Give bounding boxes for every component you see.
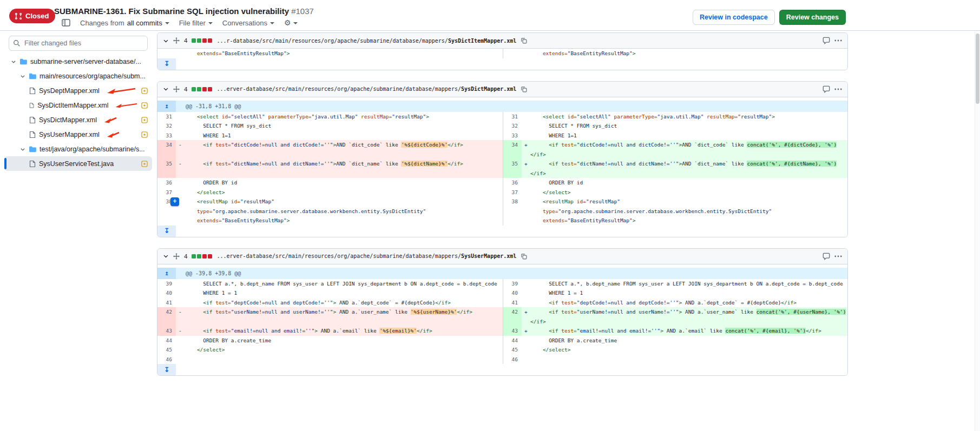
diff-line-number[interactable] bbox=[157, 207, 176, 216]
sidebar-item-SysUserMapper.xml[interactable]: SysUserMapper.xml bbox=[4, 127, 152, 142]
sidebar-item-SysDictItemMapper.xml[interactable]: SysDictItemMapper.xml bbox=[4, 98, 152, 112]
diff-line-number[interactable]: 43 bbox=[157, 326, 176, 336]
diff-line-number[interactable]: 32 bbox=[157, 121, 176, 131]
diff-line-number[interactable]: 36 bbox=[157, 178, 176, 188]
drag-handle[interactable] bbox=[173, 86, 180, 92]
diff-line-number[interactable]: 38 bbox=[503, 197, 522, 207]
expand-down-button[interactable]: ↧ bbox=[157, 364, 176, 375]
sidebar-item-main-resources-org-apache-subm...[interactable]: main/resources/org/apache/subm... bbox=[4, 69, 152, 83]
drag-handle[interactable] bbox=[173, 253, 180, 260]
diff-line-number[interactable]: 34 bbox=[503, 140, 522, 150]
drag-handle[interactable] bbox=[173, 37, 180, 44]
diff-line-number[interactable]: 46 bbox=[503, 355, 522, 364]
diff-code: type="org.apache.submarine.server.databa… bbox=[530, 207, 847, 216]
changes-from-dropdown[interactable]: Changes from all commits bbox=[80, 19, 169, 27]
diff-line-number[interactable]: 31 bbox=[157, 112, 176, 122]
copy-path-button[interactable] bbox=[521, 37, 527, 44]
file-comment-button[interactable] bbox=[823, 37, 830, 44]
diff-line-number[interactable]: 37 bbox=[157, 188, 176, 197]
diff-line-number[interactable]: 34 bbox=[157, 140, 176, 150]
file-menu-button[interactable] bbox=[834, 39, 842, 42]
diff-left-cell: extends="BaseEntityResultMap"> bbox=[157, 49, 503, 58]
diff-left-cell: 43 - <if test="email!=null and email!=''… bbox=[157, 326, 503, 336]
diff-line-number[interactable]: 33 bbox=[503, 131, 522, 141]
diff-line-number[interactable] bbox=[157, 150, 176, 160]
diff-list: 4 ...r-database/src/main/resources/org/a… bbox=[157, 32, 848, 387]
sidebar-item-SysDictMapper.xml[interactable]: SysDictMapper.xml bbox=[4, 112, 152, 127]
diff-line-number[interactable] bbox=[157, 317, 176, 327]
diff-line-number[interactable] bbox=[503, 216, 522, 226]
add-comment-button[interactable]: + bbox=[170, 197, 179, 206]
copy-path-button[interactable] bbox=[521, 253, 527, 260]
diff-line-number[interactable]: 39 bbox=[157, 279, 176, 289]
scrollbar-thumb[interactable] bbox=[976, 34, 979, 104]
diffstat-add-square bbox=[197, 38, 201, 43]
file-name: SysDictMapper.xml bbox=[461, 86, 516, 92]
diff-line-number[interactable] bbox=[503, 317, 522, 327]
review-in-codespace-button[interactable]: Review in codespace bbox=[693, 10, 775, 25]
diff-line-number[interactable] bbox=[503, 169, 522, 178]
diff-line-number[interactable] bbox=[157, 169, 176, 178]
diff-line-number[interactable] bbox=[157, 49, 176, 58]
expand-down-button[interactable]: ↧ bbox=[157, 226, 176, 237]
diff-line-number[interactable]: 35 bbox=[157, 159, 176, 169]
diff-line-number[interactable]: 33 bbox=[157, 131, 176, 141]
diff-sign: + bbox=[522, 307, 530, 317]
diff-line-number[interactable]: 43 bbox=[503, 326, 522, 336]
expand-down-button[interactable]: ↧ bbox=[157, 58, 176, 70]
diff-left-cell: 46 bbox=[157, 355, 503, 364]
diff-line-number[interactable]: 37 bbox=[503, 188, 522, 197]
diff-line-number[interactable]: 44 bbox=[503, 336, 522, 346]
diff-line-number[interactable]: 40 bbox=[503, 288, 522, 298]
diff-code: WHERE 1 = 1 bbox=[530, 288, 847, 298]
diff-line-number[interactable]: 36 bbox=[503, 178, 522, 188]
diff-line-number[interactable]: 44 bbox=[157, 336, 176, 346]
diffstat-squares bbox=[192, 254, 212, 258]
sidebar-item-SysUserServiceTest.java[interactable]: SysUserServiceTest.java bbox=[4, 156, 152, 171]
collapse-file-button[interactable] bbox=[163, 86, 169, 92]
diff-line-number[interactable]: 31 bbox=[503, 112, 522, 122]
diff-code: SELECT a.*, b.dept_name FROM sys_user a … bbox=[530, 279, 847, 289]
file-filter-dropdown[interactable]: File filter bbox=[179, 19, 213, 27]
file-comment-button[interactable] bbox=[823, 253, 830, 260]
file-menu-button[interactable] bbox=[834, 88, 842, 90]
diff-line-number[interactable]: 45 bbox=[157, 345, 176, 355]
diff-line-number[interactable]: 42 bbox=[503, 307, 522, 317]
drag-handle-icon bbox=[173, 86, 180, 92]
diff-line-number[interactable]: 41 bbox=[157, 298, 176, 308]
comment-icon bbox=[823, 37, 830, 44]
changed-lines-count: 4 bbox=[184, 253, 187, 260]
modified-status-icon bbox=[141, 102, 148, 109]
copy-path-button[interactable] bbox=[521, 86, 527, 92]
diff-line-number[interactable] bbox=[157, 216, 176, 226]
review-changes-button[interactable]: Review changes bbox=[779, 10, 846, 25]
file-tree-toggle-icon[interactable] bbox=[62, 19, 70, 26]
collapse-file-button[interactable] bbox=[163, 38, 169, 44]
diff-line-number[interactable]: 39 bbox=[503, 279, 522, 289]
diff-line-number[interactable]: 46 bbox=[157, 355, 176, 364]
sidebar-item-SysDeptMapper.xml[interactable]: SysDeptMapper.xml bbox=[4, 83, 152, 98]
sidebar-item-submarine-server-server-database-...[interactable]: submarine-server/server-database/... bbox=[4, 54, 152, 69]
diff-left-cell: 33 WHERE 1=1 bbox=[157, 131, 503, 141]
diff-line-number[interactable]: 45 bbox=[503, 345, 522, 355]
diff-code: ORDER BY a.create_time bbox=[530, 336, 847, 346]
diff-line-number[interactable]: 35 bbox=[503, 159, 522, 169]
diff-line-number[interactable]: 40 bbox=[157, 288, 176, 298]
diff-line-number[interactable] bbox=[503, 150, 522, 160]
diff-line-number[interactable] bbox=[503, 207, 522, 216]
collapse-file-button[interactable] bbox=[163, 253, 169, 259]
diff-line-number[interactable]: 32 bbox=[503, 121, 522, 131]
conversations-dropdown[interactable]: Conversations bbox=[222, 19, 274, 27]
file-menu-button[interactable] bbox=[834, 255, 842, 257]
diff-line-number[interactable] bbox=[503, 49, 522, 58]
expand-up-button[interactable]: ↥ bbox=[157, 268, 176, 279]
diff-line-number[interactable]: 42 bbox=[157, 307, 176, 317]
file-comment-button[interactable] bbox=[823, 85, 830, 93]
vertical-scrollbar[interactable] bbox=[975, 31, 980, 431]
diff-line-number[interactable]: 41 bbox=[503, 298, 522, 308]
diff-file-SysDictItemMapper.xml: 4 ...r-database/src/main/resources/org/a… bbox=[157, 32, 848, 70]
diff-settings-dropdown[interactable]: ⚙ bbox=[284, 19, 298, 26]
expand-up-button[interactable]: ↥ bbox=[157, 101, 176, 112]
filter-changed-files-input[interactable] bbox=[9, 36, 148, 51]
sidebar-item-test-java-org-apache-submarine-s...[interactable]: test/java/org/apache/submarine/s... bbox=[4, 142, 152, 156]
